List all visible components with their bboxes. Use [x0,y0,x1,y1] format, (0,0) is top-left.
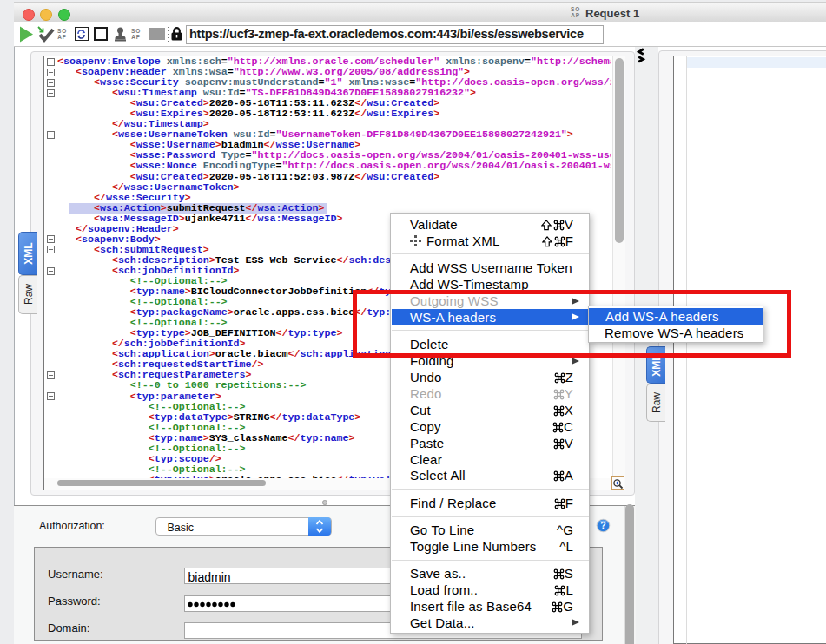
svg-text:?: ? [600,520,605,530]
